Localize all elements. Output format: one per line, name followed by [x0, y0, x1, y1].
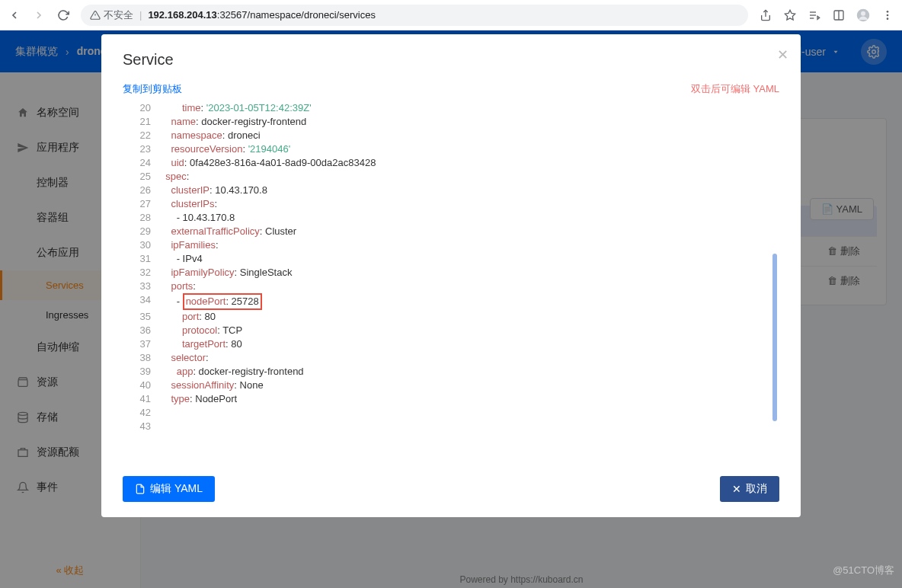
code-line-33: 33 ports: [123, 280, 779, 293]
service-modal: ✕ Service 复制到剪贴板 双击后可编辑 YAML 20 time: '2… [101, 34, 801, 517]
insecure-label: 不安全 [104, 8, 133, 22]
watermark: @51CTO博客 [833, 564, 894, 577]
scrollbar-thumb[interactable] [772, 254, 777, 421]
code-line-23: 23 resourceVersion: '2194046' [123, 142, 779, 156]
code-line-36: 36 protocol: TCP [123, 324, 779, 337]
close-button[interactable]: ✕ [777, 46, 788, 63]
edit-yaml-button[interactable]: 编辑 YAML [123, 476, 215, 502]
svg-marker-7 [817, 16, 820, 19]
profile-icon[interactable] [856, 8, 870, 22]
yaml-editor[interactable]: 20 time: '2023-01-05T12:42:39Z'21 name: … [123, 101, 779, 465]
cancel-button[interactable]: ✕ 取消 [720, 476, 779, 502]
code-line-21: 21 name: docker-registry-frontend [123, 115, 779, 129]
code-line-28: 28 - 10.43.170.8 [123, 211, 779, 225]
back-button[interactable] [8, 8, 21, 22]
code-line-30: 30 ipFamilies: [123, 238, 779, 252]
address-bar[interactable]: 不安全 | 192.168.204.13:32567/namespace/dro… [81, 5, 748, 26]
code-line-25: 25 spec: [123, 170, 779, 184]
code-line-20: 20 time: '2023-01-05T12:42:39Z' [123, 101, 779, 115]
code-line-37: 37 targetPort: 80 [123, 337, 779, 351]
code-line-31: 31 - IPv4 [123, 252, 779, 266]
svg-point-14 [887, 18, 889, 20]
code-line-35: 35 port: 80 [123, 310, 779, 324]
code-line-34: 34 - nodePort: 25728 [123, 293, 779, 310]
svg-point-13 [887, 14, 889, 16]
modal-title: Service [123, 51, 779, 69]
star-icon[interactable] [783, 8, 797, 22]
panel-icon[interactable] [832, 8, 846, 22]
reload-button[interactable] [56, 8, 70, 22]
svg-marker-3 [785, 10, 795, 20]
share-icon[interactable] [759, 8, 772, 22]
forward-button[interactable] [32, 8, 46, 22]
code-line-38: 38 selector: [123, 351, 779, 365]
code-line-40: 40 sessionAffinity: None [123, 379, 779, 392]
svg-point-11 [861, 11, 865, 15]
code-line-26: 26 clusterIP: 10.43.170.8 [123, 184, 779, 197]
insecure-warning: 不安全 [90, 8, 133, 22]
browser-right-icons [759, 8, 894, 22]
code-line-29: 29 externalTrafficPolicy: Cluster [123, 225, 779, 238]
playlist-icon[interactable] [808, 8, 821, 22]
code-line-41: 41 type: NodePort [123, 392, 779, 406]
copy-to-clipboard[interactable]: 复制到剪贴板 [123, 82, 182, 96]
code-line-24: 24 uid: 0fa428e3-816a-4a01-8ad9-00da2ac8… [123, 156, 779, 170]
browser-toolbar: 不安全 | 192.168.204.13:32567/namespace/dro… [0, 0, 902, 30]
url-text: 192.168.204.13:32567/namespace/droneci/s… [148, 9, 376, 21]
svg-point-12 [887, 11, 889, 13]
code-line-27: 27 clusterIPs: [123, 197, 779, 211]
code-line-39: 39 app: docker-registry-frontend [123, 365, 779, 379]
code-line-32: 32 ipFamilyPolicy: SingleStack [123, 266, 779, 280]
code-line-22: 22 namespace: droneci [123, 129, 779, 142]
menu-icon[interactable] [881, 8, 894, 22]
code-line-42: 42 [123, 406, 779, 420]
edit-hint: 双击后可编辑 YAML [691, 82, 779, 96]
code-line-43: 43 [123, 420, 779, 433]
